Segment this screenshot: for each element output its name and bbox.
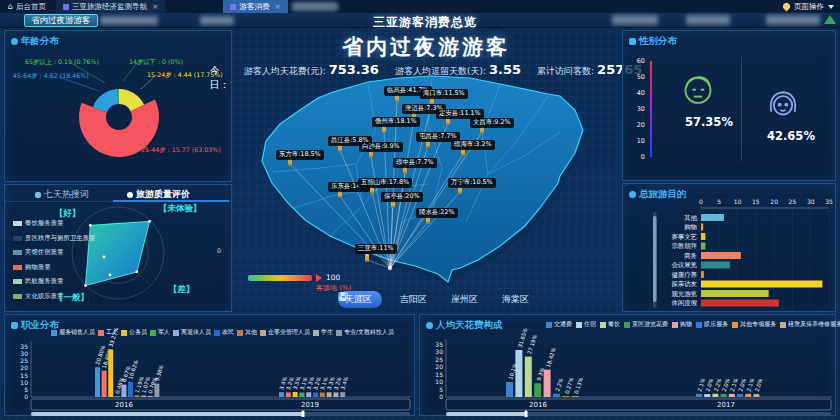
legend-item[interactable]: 企事业管理人员 [260,328,310,337]
bar[interactable] [712,394,718,397]
district-tab-吉阳区[interactable]: 吉阳区 [394,291,433,308]
legend-item[interactable]: 餐饮服务质量 [13,219,95,228]
bar[interactable] [534,383,541,397]
bar[interactable] [121,385,126,397]
vertical-datazoom-slider[interactable] [653,216,657,302]
bar[interactable] [293,392,298,397]
legend-item[interactable]: 其他 [237,328,257,337]
bar[interactable] [279,392,284,397]
bar[interactable] [299,393,304,397]
bar[interactable] [115,396,120,397]
bar[interactable] [306,392,311,397]
purpose-bar[interactable] [701,271,704,278]
legend-item[interactable]: 住宿 [576,320,596,329]
legend-item[interactable]: 服务销售人员 [51,328,95,337]
datazoom-slider[interactable] [31,412,303,416]
bar[interactable] [313,392,318,397]
legend-item[interactable]: 购物质量 [13,263,95,272]
purpose-bar[interactable] [701,224,703,231]
map-label[interactable]: 陵水县:22% [416,208,458,218]
legend-item[interactable]: 餐饮 [600,320,620,329]
legend-item[interactable]: 农民 [214,328,234,337]
bar[interactable] [729,394,735,397]
tab-tourist-consumption[interactable]: 游客消费 × [223,0,287,13]
legend-item[interactable]: 购物 [672,320,692,329]
legend-item[interactable]: 娱乐服务 [696,320,728,329]
visualmap-gradient [248,275,312,281]
bar[interactable] [327,392,332,397]
purpose-bar[interactable] [701,290,769,297]
map-label[interactable]: 海口市:11.5% [420,89,468,99]
district-tab-海棠区[interactable]: 海棠区 [496,291,535,308]
bar[interactable] [704,394,710,397]
map-label[interactable]: 琼海市:3.2% [451,140,495,150]
bar[interactable] [128,382,133,397]
bar[interactable] [745,394,751,397]
purpose-bar[interactable] [701,262,730,269]
close-icon[interactable]: × [274,2,280,11]
legend-item[interactable]: 工人 [98,328,118,337]
tab-monitor-nav[interactable]: 三亚旅游经济监测导航 × [56,0,165,13]
bar[interactable] [286,392,291,397]
bar[interactable] [148,396,153,397]
datazoom-slider[interactable] [446,412,526,416]
bar[interactable] [753,394,759,397]
bar[interactable] [506,382,513,397]
bar[interactable] [333,392,338,397]
purpose-bar[interactable] [701,300,779,307]
bar[interactable] [340,392,345,397]
legend-item[interactable]: 景区游览花费 [624,320,668,329]
map-label[interactable]: 保亭县:20% [381,192,423,202]
map-label[interactable]: 白沙县:9.9% [359,142,403,152]
purpose-bar[interactable] [701,233,705,240]
purpose-bar[interactable] [701,214,724,221]
bar[interactable] [525,357,532,397]
bar[interactable] [102,371,107,397]
legend-item[interactable]: 民航服务质量 [13,277,95,286]
legend-item[interactable]: 离退休人员 [173,328,211,337]
map-label[interactable]: 五指山市:17.8% [358,178,412,188]
map-label[interactable]: 三亚市:11% [355,244,397,254]
bar[interactable] [572,396,579,397]
close-icon[interactable]: × [152,2,158,11]
legend-item[interactable]: 学生 [313,328,333,337]
legend-item[interactable]: 军人 [150,328,170,337]
page-operations[interactable]: 页面操作 [783,2,840,12]
legend-item[interactable]: 租赁及保养维修服务 [780,320,840,329]
legend-item[interactable]: 公务员 [121,328,147,337]
legend-item[interactable]: 其他专项服务 [732,320,776,329]
bar[interactable] [320,393,325,397]
map-label[interactable]: 儋州市:18.1% [372,117,420,127]
bar[interactable] [515,350,522,397]
subnav-item-overnight-tourists[interactable]: 省内过夜游游客 [24,14,98,27]
bar[interactable] [154,384,159,397]
bar[interactable] [562,396,569,397]
slider-handle[interactable] [302,411,305,418]
bar[interactable] [553,394,560,397]
legend-item[interactable]: 交通费 [546,320,572,329]
purpose-bar[interactable] [701,243,705,250]
map-label[interactable]: 琼中县:7.7% [393,158,437,168]
tab-hot-search-words[interactable]: 七天热搜词 [35,188,89,201]
map-label[interactable]: 万宁市:10.5% [448,178,496,188]
bar[interactable] [721,394,727,397]
district-tab-崖州区[interactable]: 崖州区 [445,291,484,308]
svg-text:0: 0 [439,393,443,400]
map-label[interactable]: 东方市:18.5% [276,150,324,160]
city-marker[interactable] [365,254,369,262]
home-nav-item[interactable]: ⌂ 后台首页 [0,0,54,13]
bar[interactable] [108,349,113,397]
purpose-bar[interactable] [701,252,741,259]
legend-item[interactable]: 专业/文教科技人员 [336,328,394,337]
bar[interactable] [95,367,100,397]
bar[interactable] [135,395,140,397]
purpose-bar[interactable] [701,281,822,288]
slider-handle[interactable] [525,411,528,418]
legend-item[interactable]: 景区秩序与厕所卫生质量 [13,234,95,243]
bar[interactable] [544,370,551,397]
bar[interactable] [141,395,146,397]
bar[interactable] [737,394,743,397]
bar[interactable] [696,394,702,397]
legend-item[interactable]: 宾馆住宿质量 [13,248,95,257]
map-label[interactable]: 文昌市:9.2% [470,118,514,128]
